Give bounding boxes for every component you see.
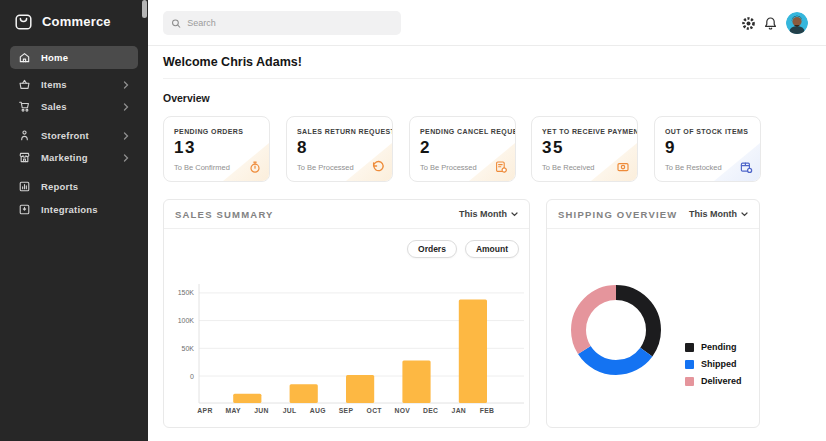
chevron-down-icon (511, 212, 518, 217)
svg-text:JAN: JAN (452, 407, 467, 414)
stat-card-out-of-stock: OUT OF STOCK ITEMS 9 To Be Restocked (654, 116, 761, 182)
app-logo[interactable]: Commerce (13, 11, 111, 32)
shipping-overview-panel: SHIPPING OVERVIEW This Month Pending Shi… (546, 199, 760, 428)
delivered-swatch (685, 377, 694, 386)
sales-summary-header: SALES SUMMARY This Month (164, 200, 529, 229)
bell-icon[interactable] (763, 16, 778, 31)
stat-value: 9 (665, 138, 750, 158)
chevron-right-icon (122, 80, 130, 90)
legend-item-pending: Pending (685, 342, 742, 352)
shipping-overview-header: SHIPPING OVERVIEW This Month (547, 200, 759, 229)
sidebar-item-label: Integrations (41, 204, 98, 215)
sidebar-item-home[interactable]: Home (10, 46, 138, 69)
search-input[interactable] (187, 18, 393, 28)
svg-text:JUL: JUL (283, 407, 297, 414)
gear-icon[interactable] (741, 16, 756, 31)
svg-text:100K: 100K (178, 317, 195, 324)
rotate-ccw-icon (371, 160, 385, 174)
topbar-divider (148, 45, 826, 46)
orders-toggle-button[interactable]: Orders (407, 240, 457, 258)
stopwatch-icon (248, 160, 262, 174)
sales-bar-chart: 050K100K150KAPRMAYJUNJULAUGSEPOCTNOVDECJ… (168, 260, 526, 422)
shipping-donut-chart (547, 229, 761, 429)
sidebar-item-integrations[interactable]: Integrations (10, 198, 138, 221)
chevron-right-icon (122, 131, 130, 141)
basket-icon (18, 78, 31, 91)
sidebar-item-label: Sales (41, 101, 67, 112)
stat-value: 8 (297, 138, 382, 158)
sales-summary-panel: SALES SUMMARY This Month Orders Amount 0… (163, 199, 530, 428)
legend-label: Shipped (701, 359, 737, 369)
stock-box-icon (739, 160, 753, 174)
search-box (163, 11, 401, 35)
svg-text:SEP: SEP (339, 407, 354, 414)
box-arrow-icon (18, 203, 31, 216)
search-icon (171, 18, 181, 29)
sidebar-item-label: Marketing (41, 152, 88, 163)
sidebar-item-storefront[interactable]: Storefront (10, 124, 138, 147)
sidebar-item-label: Home (41, 52, 68, 63)
stat-title: PENDING CANCEL REQUESTS (420, 128, 505, 135)
avatar-image (786, 12, 808, 34)
home-icon (18, 51, 31, 64)
pending-swatch (685, 343, 694, 352)
app-title: Commerce (42, 14, 111, 29)
legend-item-delivered: Delivered (685, 376, 742, 386)
sidebar-item-label: Reports (41, 181, 78, 192)
svg-text:150K: 150K (178, 289, 195, 296)
stat-title: OUT OF STOCK ITEMS (665, 128, 750, 135)
stat-title: YET TO RECEIVE PAYMENTS (542, 128, 627, 135)
stat-value: 13 (174, 138, 259, 158)
svg-text:50K: 50K (182, 345, 195, 352)
shipping-legend: Pending Shipped Delivered (685, 342, 742, 386)
sidebar: Commerce Home Items Sales (0, 0, 148, 441)
svg-text:MAY: MAY (226, 407, 242, 414)
stat-title: SALES RETURN REQUESTS (297, 128, 382, 135)
sales-period-dropdown[interactable]: This Month (459, 209, 518, 219)
panel-title: SALES SUMMARY (175, 209, 274, 220)
amount-toggle-button[interactable]: Amount (465, 240, 519, 258)
welcome-heading: Welcome Chris Adams! (163, 55, 302, 69)
panel-title: SHIPPING OVERVIEW (558, 209, 677, 220)
svg-text:NOV: NOV (395, 407, 411, 414)
legend-label: Pending (701, 342, 737, 352)
chevron-right-icon (122, 102, 130, 112)
file-gear-icon (494, 160, 508, 174)
stat-title: PENDING ORDERS (174, 128, 259, 135)
shop-icon (18, 151, 31, 164)
shipped-swatch (685, 360, 694, 369)
person-icon (18, 129, 31, 142)
legend-item-shipped: Shipped (685, 359, 742, 369)
svg-text:OCT: OCT (367, 407, 383, 414)
shipping-period-dropdown[interactable]: This Month (689, 209, 748, 219)
sidebar-item-label: Storefront (41, 130, 89, 141)
legend-label: Delivered (701, 376, 742, 386)
chevron-right-icon (122, 153, 130, 163)
svg-text:FEB: FEB (480, 407, 495, 414)
sidebar-item-sales[interactable]: Sales (10, 95, 138, 118)
sidebar-item-items[interactable]: Items (10, 73, 138, 96)
svg-text:APR: APR (197, 407, 212, 414)
sidebar-item-label: Items (41, 79, 67, 90)
sales-series-toggles: Orders Amount (407, 240, 519, 258)
stat-card-sales-returns: SALES RETURN REQUESTS 8 To Be Processed (286, 116, 393, 182)
bar-chart-icon (18, 180, 31, 193)
sidebar-item-marketing[interactable]: Marketing (10, 146, 138, 169)
stat-card-payments: YET TO RECEIVE PAYMENTS 35 To Be Receive… (531, 116, 638, 182)
payment-icon (616, 160, 630, 174)
commerce-bag-icon (13, 11, 34, 32)
sidebar-scrollbar-thumb[interactable] (142, 0, 147, 18)
stat-value: 35 (542, 138, 627, 158)
section-divider (163, 78, 810, 79)
cart-icon (18, 100, 31, 113)
sales-period-value: This Month (459, 209, 507, 219)
svg-text:AUG: AUG (310, 407, 326, 414)
svg-text:0: 0 (190, 373, 194, 380)
stat-value: 2 (420, 138, 505, 158)
svg-text:JUN: JUN (254, 407, 269, 414)
chevron-down-icon (741, 212, 748, 217)
dashboard-screen: Commerce Home Items Sales (0, 0, 826, 441)
shipping-period-value: This Month (689, 209, 737, 219)
sidebar-item-reports[interactable]: Reports (10, 175, 138, 198)
avatar[interactable] (786, 12, 808, 34)
